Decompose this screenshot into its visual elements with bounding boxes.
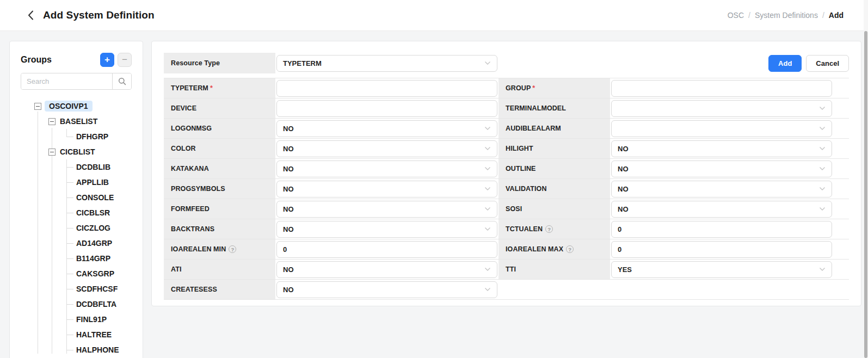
help-icon[interactable]: ? — [229, 245, 236, 253]
tree-node-baselist[interactable]: BASELIST — [60, 117, 97, 126]
groups-title: Groups — [21, 55, 52, 65]
select-value: NO — [618, 185, 629, 193]
chevron-down-icon — [484, 187, 491, 191]
tree-node-console[interactable]: CONSOLE — [76, 193, 114, 202]
ioarealen-max-input[interactable] — [611, 241, 832, 258]
logonmsg-select[interactable]: NO — [276, 120, 497, 137]
tree-branch-connector — [66, 137, 73, 137]
tree-node-scdfhcsf[interactable]: SCDFHCSF — [76, 285, 118, 293]
tree-node-b114grp[interactable]: B114GRP — [76, 254, 110, 263]
search-button[interactable] — [112, 73, 131, 89]
field-label-group: GROUP — [506, 84, 531, 92]
empty-cell — [498, 280, 833, 299]
help-icon[interactable]: ? — [545, 225, 553, 233]
chevron-down-icon — [819, 207, 826, 211]
breadcrumb-item-system-definitions[interactable]: System Definitions — [755, 11, 818, 20]
tree-branch-connector — [66, 304, 73, 305]
search-input[interactable] — [21, 73, 112, 89]
tree-row: DFHGRP — [21, 129, 132, 144]
tree-row: BASELIST — [21, 114, 132, 129]
tree-branch-connector — [66, 258, 73, 259]
tree-node-ciczlog[interactable]: CICZLOG — [76, 224, 110, 232]
tree-branch-connector — [66, 197, 73, 198]
tctualen-input[interactable] — [611, 221, 832, 238]
progsymbols-select[interactable]: NO — [276, 181, 497, 197]
tree-node-ad14grp[interactable]: AD14GRP — [76, 239, 112, 248]
select-value: NO — [283, 125, 294, 133]
tree-node-finl91p[interactable]: FINL91P — [76, 315, 107, 324]
tree-node-appllib[interactable]: APPLLIB — [76, 178, 109, 187]
group-input[interactable] — [611, 80, 832, 97]
tree-node-dcdbflta[interactable]: DCDBFLTA — [76, 300, 116, 308]
hilight-select[interactable]: NO — [611, 140, 832, 157]
createsess-select[interactable]: NO — [276, 281, 497, 298]
form-row: FORMFEED NO SOSI NO — [164, 199, 849, 219]
tree-node-dcdblib[interactable]: DCDBLIB — [76, 163, 110, 171]
select-value: YES — [618, 266, 632, 274]
tree-node-cicblist[interactable]: CICBLIST — [60, 147, 95, 156]
tree-row: SCDFHCSF — [21, 281, 132, 297]
audiblealarm-select[interactable] — [611, 120, 832, 137]
field-label-terminalmodel: TERMINALMODEL — [506, 104, 566, 112]
tree-node-oscoivp1[interactable]: OSCOIVP1 — [45, 101, 93, 112]
cancel-button[interactable]: Cancel — [806, 55, 849, 72]
help-icon[interactable]: ? — [566, 245, 574, 253]
outline-select[interactable]: NO — [611, 161, 832, 177]
tree-branch-connector — [66, 319, 73, 320]
add-button[interactable]: Add — [768, 55, 802, 72]
select-value: NO — [283, 205, 294, 213]
tree-node-haltree[interactable]: HALTREE — [76, 330, 112, 339]
form-row: PROGSYMBOLS NO VALIDATION NO — [164, 179, 849, 199]
scrollbar-thumb[interactable] — [864, 31, 867, 358]
resource-type-select[interactable]: TYPETERM — [276, 55, 497, 72]
definition-form-grid: TYPETERM* GROUP* DEVICE TERMINALMODEL LO… — [164, 78, 849, 300]
chevron-down-icon — [819, 146, 826, 151]
vertical-scrollbar[interactable] — [864, 0, 868, 358]
tree-branch-connector — [66, 213, 73, 213]
field-label-audiblealarm: AUDIBLEALARM — [506, 125, 561, 132]
ioarealen-min-input[interactable] — [276, 241, 497, 258]
add-group-button[interactable]: + — [100, 53, 114, 67]
tree-node-halphone[interactable]: HALPHONE — [76, 345, 119, 354]
chevron-down-icon — [484, 61, 491, 65]
collapse-icon[interactable] — [34, 103, 41, 110]
tree-node-caksgrp[interactable]: CAKSGRP — [76, 269, 114, 278]
typeterm-input[interactable] — [276, 80, 497, 97]
tti-select[interactable]: YES — [611, 261, 832, 278]
tree-row: DCDBFLTA — [21, 297, 132, 312]
resource-type-label: Resource Type — [171, 59, 220, 67]
collapse-icon[interactable] — [48, 118, 56, 125]
formfeed-select[interactable]: NO — [276, 201, 497, 218]
tree-node-dfhgrp[interactable]: DFHGRP — [76, 132, 108, 141]
field-label-ioarealen-min: IOAREALEN MIN — [171, 245, 226, 253]
select-value: NO — [283, 165, 294, 173]
groups-header: Groups + − — [21, 52, 132, 67]
katakana-select[interactable]: NO — [276, 161, 497, 177]
remove-group-button[interactable]: − — [118, 53, 132, 67]
color-select[interactable]: NO — [276, 140, 497, 157]
chevron-down-icon — [484, 227, 491, 231]
sosi-select[interactable]: NO — [611, 201, 832, 218]
back-button[interactable] — [24, 9, 36, 21]
chevron-down-icon — [484, 207, 491, 211]
field-label-hilight: HILIGHT — [506, 145, 533, 152]
ati-select[interactable]: NO — [276, 261, 497, 278]
backtrans-select[interactable]: NO — [276, 221, 497, 238]
tree-row: CONSOLE — [21, 190, 132, 205]
tree-row: CICZLOG — [21, 220, 132, 236]
breadcrumb-item-osc[interactable]: OSC — [728, 11, 744, 20]
form-row: CREATESESS NO — [164, 280, 849, 300]
terminalmodel-select[interactable] — [611, 100, 832, 117]
field-label-ioarealen-max: IOAREALEN MAX — [506, 245, 563, 253]
chevron-down-icon — [484, 166, 491, 171]
field-label-sosi: SOSI — [506, 205, 522, 213]
tree-row: AD14GRP — [21, 236, 132, 251]
device-input[interactable] — [276, 100, 497, 117]
tree-branch-connector — [66, 274, 73, 274]
tree-node-cicblsr[interactable]: CICBLSR — [76, 208, 110, 217]
field-label-typeterm: TYPETERM — [171, 84, 208, 92]
chevron-down-icon — [819, 106, 826, 110]
validation-select[interactable]: NO — [611, 181, 832, 197]
collapse-icon[interactable] — [48, 149, 56, 156]
tree-branch-connector — [66, 182, 73, 183]
